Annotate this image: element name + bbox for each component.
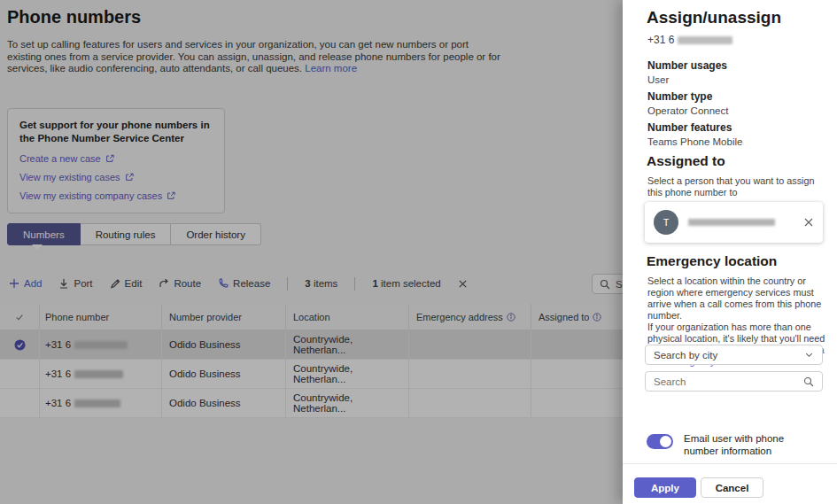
footer-divider (623, 463, 837, 464)
assign-unassign-panel: Assign/unassign +31 6 Number usages User… (623, 0, 837, 504)
panel-title: Assign/unassign (647, 8, 781, 27)
emergency-location-search-box[interactable] (645, 371, 823, 392)
panel-phone-number: +31 6 (647, 34, 732, 46)
field-label: Number features (647, 121, 742, 135)
emergency-location-heading: Emergency location (647, 253, 777, 269)
email-user-toggle[interactable] (647, 434, 673, 449)
redacted-person-name (688, 219, 775, 226)
search-icon (803, 376, 814, 387)
field-label: Number usages (647, 59, 727, 73)
assigned-to-description: Select a person that you want to assign … (647, 175, 826, 198)
field-number-features: Number features Teams Phone Mobile (647, 121, 742, 149)
chevron-down-icon (804, 350, 814, 360)
cancel-button[interactable]: Cancel (701, 477, 763, 498)
emergency-description-line1: Select a location within the country or … (647, 275, 832, 322)
field-value: Operator Connect (647, 104, 728, 118)
email-toggle-row: Email user with phone number information (647, 432, 815, 457)
search-by-city-dropdown[interactable]: Search by city (645, 345, 823, 365)
teams-admin-phone-numbers-screen: Phone numbers To set up calling features… (0, 0, 837, 504)
assigned-to-heading: Assigned to (647, 153, 725, 169)
assigned-person-card: T (645, 202, 823, 243)
dropdown-value: Search by city (654, 350, 717, 361)
emergency-location-search-input[interactable] (654, 376, 803, 387)
field-label: Number type (647, 90, 728, 104)
avatar: T (654, 210, 678, 235)
email-toggle-label: Email user with phone number information (684, 432, 815, 457)
field-number-usages: Number usages User (647, 59, 727, 87)
field-value: Teams Phone Mobile (647, 135, 742, 149)
close-icon (803, 217, 814, 228)
field-value: User (647, 73, 727, 87)
toggle-knob (660, 436, 671, 447)
remove-person-button[interactable] (803, 217, 814, 228)
apply-button[interactable]: Apply (634, 477, 696, 498)
panel-phone-prefix: +31 6 (647, 34, 674, 46)
field-number-type: Number type Operator Connect (647, 90, 728, 118)
redacted-phone-digits (678, 36, 732, 44)
